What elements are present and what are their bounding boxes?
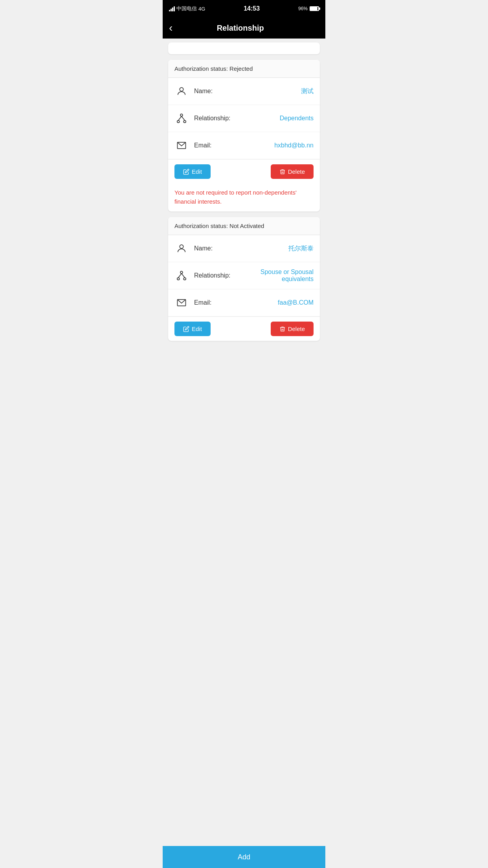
status-bar: 中国电信 4G 14:53 96% [163,0,325,17]
svg-point-7 [180,245,183,248]
card-1-body: Name: 测试 Relationship: Dependents [168,78,320,211]
person-icon-2 [174,241,189,256]
trash-icon [279,169,286,175]
card-2-email-label: Email: [194,299,272,306]
card-2-action-row: Edit Delete [168,316,320,341]
card-1-email-label: Email: [194,142,269,149]
battery-icon [310,6,319,11]
email-svg [176,140,187,151]
card-1-email-row: Email: hxbhd@bb.nn [168,132,320,159]
relationship-card-2: Authorization status: Not Activated Name… [168,217,320,341]
card-2-name-value: 托尔斯泰 [288,245,314,253]
status-right: 96% [298,6,319,11]
partial-top-card [168,42,320,54]
status-time: 14:53 [244,5,260,12]
battery-percent: 96% [298,6,308,11]
content-area: Authorization status: Rejected Name: 测试 [163,39,325,368]
svg-point-10 [183,278,186,280]
carrier-label: 中国电信 [176,5,197,12]
card-2-edit-button[interactable]: Edit [174,322,211,336]
card-1-warning: You are not required to report non-depen… [168,184,320,211]
svg-line-5 [182,116,185,121]
signal-bar-1 [169,10,170,11]
card-1-name-row: Name: 测试 [168,78,320,105]
svg-line-12 [182,274,185,278]
card-2-relationship-label: Relationship: [194,272,231,279]
card-1-email-value: hxbhd@bb.nn [274,142,314,149]
page-title: Relationship [179,24,302,33]
signal-bar-2 [171,9,172,11]
card-2-delete-button[interactable]: Delete [271,322,314,336]
edit-icon [183,169,189,175]
signal-bar-3 [172,7,173,11]
person-svg [176,86,187,97]
person-icon [174,84,189,98]
email-icon [174,138,189,153]
card-2-email-row: Email: faa@B.COM [168,289,320,316]
svg-point-8 [180,271,183,274]
card-2-name-label: Name: [194,245,283,252]
email-svg-2 [176,297,187,308]
card-1-auth-status: Authorization status: Rejected [168,60,320,78]
network-label: 4G [198,6,205,12]
card-2-name-row: Name: 托尔斯泰 [168,235,320,262]
relationship-icon-2 [174,268,189,283]
card-2-body: Name: 托尔斯泰 Relationship: Spouse or Spous… [168,235,320,341]
card-1-name-label: Name: [194,88,295,95]
card-2-email-value: faa@B.COM [278,299,314,306]
status-left: 中国电信 4G [169,5,205,12]
card-1-relationship-row: Relationship: Dependents [168,105,320,132]
card-2-auth-status: Authorization status: Not Activated [168,217,320,235]
svg-point-0 [180,88,183,91]
svg-point-1 [180,114,183,116]
card-2-relationship-row: Relationship: Spouse or Spousal equivale… [168,262,320,289]
svg-point-2 [177,120,180,123]
signal-bars [169,6,175,11]
nav-bar: ‹ Relationship [163,17,325,39]
card-1-action-row: Edit Delete [168,159,320,184]
trash-icon-2 [279,326,286,332]
person-svg-2 [176,243,187,254]
relationship-card-1: Authorization status: Rejected Name: 测试 [168,60,320,211]
svg-line-11 [178,274,182,278]
signal-bar-4 [174,6,175,11]
svg-point-9 [177,278,180,280]
card-1-relationship-label: Relationship: [194,115,274,122]
relationship-icon [174,111,189,125]
edit-icon-2 [183,326,189,332]
relationship-svg [176,113,187,124]
email-icon-2 [174,296,189,310]
card-1-name-value: 测试 [301,87,314,96]
card-1-edit-button[interactable]: Edit [174,164,211,179]
card-2-relationship-value: Spouse or Spousal equivalents [237,268,314,283]
relationship-svg-2 [176,270,187,281]
card-1-delete-button[interactable]: Delete [271,164,314,179]
svg-point-3 [183,120,186,123]
back-button[interactable]: ‹ [169,22,172,33]
card-1-relationship-value: Dependents [280,115,314,122]
svg-line-4 [178,116,182,121]
battery-fill [310,7,317,10]
